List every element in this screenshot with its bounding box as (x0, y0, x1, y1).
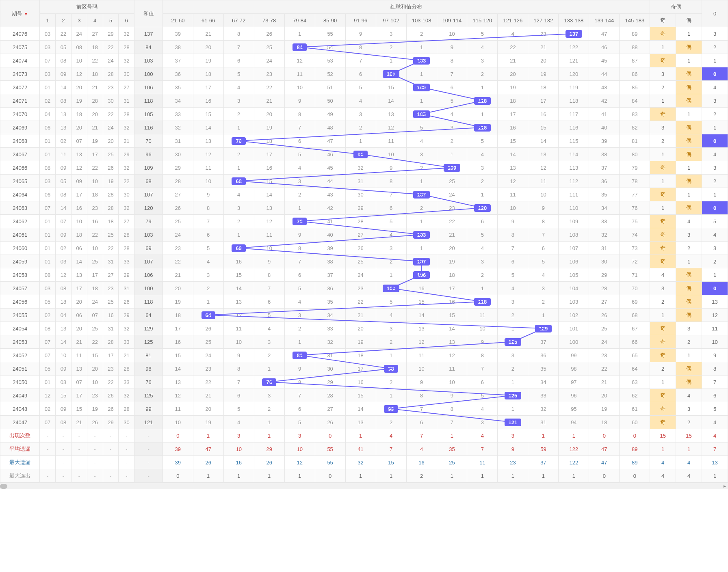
dist-cell: 31 (345, 175, 376, 188)
stat-val: 7 (376, 442, 406, 456)
stat-val: 3 (284, 429, 315, 442)
dist-cell: 25 (345, 255, 376, 268)
dist-cell: 10 (467, 322, 498, 335)
num-cell: 04 (40, 108, 56, 121)
num-cell: 20 (71, 295, 87, 309)
dist-cell: 110 (559, 201, 589, 215)
dist-cell: 37 (528, 335, 559, 349)
dist-col: 67-72 (223, 14, 254, 27)
col-front: 前区号码 (40, 0, 134, 14)
dist-cell: 5 (467, 389, 498, 402)
dist-cell: 19 (437, 255, 467, 268)
dist-cell: 13 (376, 108, 406, 121)
dist-cell: 63 (620, 376, 650, 389)
stat-val: 1 (528, 469, 559, 483)
stat-val: 15 (650, 429, 676, 442)
dist-cell: 35 (315, 295, 345, 309)
num-cell: 21 (87, 81, 103, 94)
dist-cell: 45 (589, 54, 620, 67)
num-cell: 28 (103, 335, 119, 349)
hit-ball: 69 (232, 244, 245, 252)
oe-cell: 3 (702, 161, 728, 175)
dist-cell: 26 (162, 201, 193, 215)
dist-cell: 1 (437, 148, 467, 161)
dist-cell: 14 (406, 309, 437, 322)
stat-dash: - (119, 469, 134, 483)
scroll-right-arrow[interactable]: ► (722, 483, 728, 489)
oe-cell: 2 (702, 41, 728, 54)
num-cell: 24 (87, 295, 103, 309)
dist-cell: 1 (498, 376, 528, 389)
sort-icon[interactable]: ▼ (24, 12, 28, 16)
num-cell: 08 (71, 41, 87, 54)
stat-val: 0 (620, 469, 650, 483)
dist-cell: 67 (620, 322, 650, 335)
stat-val: 89 (620, 456, 650, 469)
table-row: 2406001020610222869235691083926312047610… (0, 242, 728, 255)
dist-cell: 2 (223, 215, 254, 228)
col-period[interactable]: 期号 ▼ (0, 0, 40, 27)
period-cell: 24060 (0, 242, 40, 255)
oe-cell: 2 (650, 362, 676, 376)
dist-cell: 75 (620, 215, 650, 228)
num-cell: 17 (71, 389, 87, 402)
dist-cell: 12 (162, 389, 193, 402)
dist-cell: 19 (162, 295, 193, 309)
hit-ball: 106 (413, 271, 430, 279)
stat-label: 最大连出 (0, 469, 40, 483)
dist-cell: 118 (467, 295, 498, 309)
stat-val: 47 (589, 442, 620, 456)
num-cell: 19 (71, 94, 87, 108)
num-cell: 05 (56, 175, 72, 188)
period-cell: 24063 (0, 201, 40, 215)
dist-cell: 4 (193, 255, 223, 268)
num-cell: 26 (103, 389, 119, 402)
dist-cell: 6 (437, 81, 467, 94)
num-cell: 31 (119, 282, 134, 295)
stat-val: 122 (559, 456, 589, 469)
stat-val: 7 (702, 442, 728, 456)
num-cell: 17 (103, 349, 119, 362)
dist-cell: 15 (437, 309, 467, 322)
dist-cell: 12 (498, 175, 528, 188)
dist-cell: 30 (589, 255, 620, 268)
num-cell: 21 (119, 349, 134, 362)
stat-dash: - (103, 469, 119, 483)
num-cell: 02 (56, 134, 72, 148)
dist-cell: 8 (284, 242, 315, 255)
oe-cell: 1 (676, 54, 702, 67)
horizontal-scrollbar[interactable]: ◄ ► (0, 483, 728, 489)
num-cell: 13 (71, 362, 87, 376)
dist-cell: 5 (345, 81, 376, 94)
period-cell: 24058 (0, 268, 40, 282)
num-cell: 18 (103, 215, 119, 228)
dist-cell: 10 (376, 148, 406, 161)
oe-cell: 1 (676, 108, 702, 121)
dist-cell: 6 (254, 295, 284, 309)
num-cell: 27 (119, 215, 134, 228)
front-col-6: 6 (119, 14, 134, 27)
num-cell: 12 (40, 389, 56, 402)
dist-cell: 15 (254, 175, 284, 188)
dist-cell: 16 (437, 295, 467, 309)
period-cell: 24061 (0, 228, 40, 242)
hit-ball: 118 (474, 298, 491, 306)
num-cell: 30 (119, 188, 134, 201)
dist-cell: 28 (589, 282, 620, 295)
stat-val: 1 (437, 469, 467, 483)
oe-cell: 1 (702, 54, 728, 67)
dist-cell: 22 (162, 255, 193, 268)
scroll-thumb[interactable] (0, 484, 7, 489)
hit-ball: 116 (474, 124, 491, 132)
stat-val: 2 (406, 469, 437, 483)
num-cell: 31 (119, 94, 134, 108)
stat-val: 1 (559, 429, 589, 442)
num-cell: 29 (103, 416, 119, 429)
dist-cell: 2 (223, 108, 254, 121)
dist-cell: 120 (467, 201, 498, 215)
dist-cell: 46 (589, 41, 620, 54)
dist-cell: 38 (589, 148, 620, 161)
dist-cell: 9 (406, 376, 437, 389)
num-cell: 22 (87, 54, 103, 67)
dist-cell: 25 (589, 322, 620, 335)
